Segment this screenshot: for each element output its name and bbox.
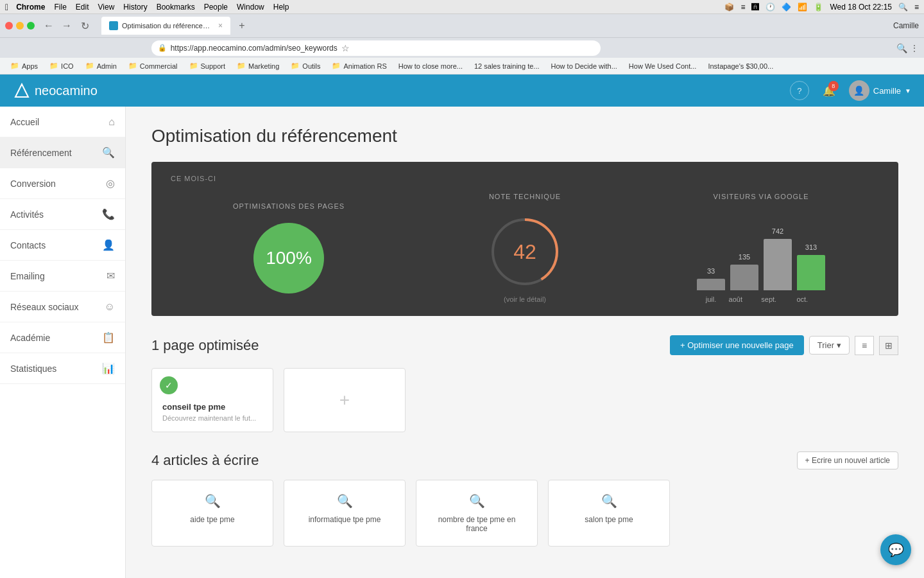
bar-col-aout: 135 bbox=[730, 253, 758, 290]
window-menu[interactable]: Window bbox=[237, 3, 264, 12]
grid-view-btn[interactable]: ⊞ bbox=[879, 336, 898, 355]
note-detail[interactable]: (voir le détail) bbox=[504, 295, 546, 303]
sidebar-item-activites[interactable]: Activités 📞 bbox=[0, 199, 125, 230]
articles-section-title: 4 articles à écrire bbox=[151, 452, 259, 469]
bookmark-how-to-close[interactable]: How to close more... bbox=[393, 59, 468, 73]
chrome-toolbar: ← → ↻ Optimisation du référencemen... × … bbox=[0, 14, 924, 37]
book-icon: 📋 bbox=[102, 331, 115, 344]
fullscreen-window-btn[interactable] bbox=[27, 22, 35, 30]
address-bar[interactable]: 🔒 https://app.neocamino.com/admin/seo_ke… bbox=[151, 40, 601, 56]
trier-btn[interactable]: Trier ▾ bbox=[809, 336, 850, 355]
bookmark-admin[interactable]: 📁 Admin bbox=[80, 59, 122, 73]
bookmark-instapage[interactable]: Instapage's $30,00... bbox=[703, 59, 778, 73]
page-card-conseil[interactable]: ✓ conseil tpe pme Découvrez maintenant l… bbox=[151, 368, 273, 432]
forward-btn[interactable]: → bbox=[59, 18, 74, 33]
bookmark-commercial[interactable]: 📁 Commercial bbox=[123, 59, 183, 73]
bookmark-animation[interactable]: 📁 Animation RS bbox=[327, 59, 391, 73]
notifications-btn[interactable]: 🔔 8 bbox=[819, 81, 839, 100]
bar-sept bbox=[764, 239, 792, 290]
sidebar-item-conversion[interactable]: Conversion ◎ bbox=[0, 168, 125, 199]
pages-section-header: 1 page optimisée + Optimiser une nouvell… bbox=[151, 335, 898, 355]
file-menu[interactable]: File bbox=[54, 3, 66, 12]
article-card-4[interactable]: 🔍 salon tpe pme bbox=[548, 480, 670, 547]
apple-menu[interactable]:  bbox=[5, 2, 8, 12]
sidebar-item-emailing[interactable]: Emailing ✉ bbox=[0, 261, 125, 292]
search-icon: 🔍 bbox=[469, 493, 485, 509]
bookmark-outils[interactable]: 📁 Outils bbox=[286, 59, 325, 73]
pages-section-actions: + Optimiser une nouvelle page Trier ▾ ≡ … bbox=[670, 335, 898, 355]
list-view-btn[interactable]: ≡ bbox=[855, 336, 874, 355]
sidebar-item-referencement[interactable]: Référencement 🔍 bbox=[0, 137, 125, 168]
sidebar-item-accueil[interactable]: Accueil ⌂ bbox=[0, 107, 125, 137]
search-icon: 🔍 bbox=[601, 493, 617, 509]
star-btn[interactable]: ☆ bbox=[341, 43, 350, 53]
chrome-user-label: Camille bbox=[893, 21, 919, 30]
sidebar-item-academie[interactable]: Académie 📋 bbox=[0, 322, 125, 353]
people-menu[interactable]: People bbox=[204, 3, 228, 12]
note-gauge: 42 bbox=[486, 213, 563, 290]
main-layout: Accueil ⌂ Référencement 🔍 Conversion ◎ A… bbox=[0, 107, 924, 578]
card-check-icon: ✓ bbox=[160, 376, 178, 394]
user-avatar: 👤 bbox=[849, 80, 869, 101]
bookmark-12-sales[interactable]: 12 sales training te... bbox=[469, 59, 545, 73]
search-btn[interactable]: 🔍 bbox=[896, 43, 907, 53]
search-icon: 🔍 bbox=[102, 146, 115, 159]
view-menu[interactable]: View bbox=[98, 3, 115, 12]
bookmark-how-we-used[interactable]: How We Used Cont... bbox=[624, 59, 702, 73]
write-article-btn[interactable]: + Ecrire un nouvel article bbox=[797, 451, 898, 469]
folder-icon: 📁 bbox=[128, 62, 137, 70]
visitors-label: VISITEURS VIA GOOGLE bbox=[714, 193, 809, 200]
articles-grid: 🔍 aide tpe pme 🔍 informatique tpe pme 🔍 … bbox=[151, 480, 898, 547]
sidebar: Accueil ⌂ Référencement 🔍 Conversion ◎ A… bbox=[0, 107, 126, 578]
sidebar-item-reseaux[interactable]: Réseaux sociaux ☺ bbox=[0, 292, 125, 322]
folder-icon: 📁 bbox=[49, 62, 58, 70]
add-page-card[interactable]: + bbox=[284, 368, 406, 432]
new-tab-btn[interactable]: + bbox=[234, 18, 250, 33]
minimize-window-btn[interactable] bbox=[16, 22, 24, 30]
user-menu-btn[interactable]: 👤 Camille ▼ bbox=[849, 80, 911, 101]
sidebar-item-contacts[interactable]: Contacts 👤 bbox=[0, 230, 125, 261]
menu-items: Chrome File Edit View History Bookmarks … bbox=[16, 3, 289, 12]
folder-icon: 📁 bbox=[10, 62, 19, 70]
bookmark-apps[interactable]: 📁 Apps bbox=[5, 59, 43, 73]
bar-label-sept: sept. bbox=[755, 295, 783, 303]
edit-menu[interactable]: Edit bbox=[76, 3, 89, 12]
window-controls[interactable] bbox=[5, 22, 35, 30]
article-card-2[interactable]: 🔍 informatique tpe pme bbox=[284, 480, 406, 547]
stats-col-visitors: VISITEURS VIA GOOGLE 33 135 bbox=[643, 193, 879, 303]
article-card-3[interactable]: 🔍 nombre de tpe pme en france bbox=[416, 480, 538, 547]
bookmark-how-to-decide[interactable]: How to Decide with... bbox=[546, 59, 622, 73]
bookmark-support[interactable]: 📁 Support bbox=[184, 59, 231, 73]
card-title: conseil tpe pme bbox=[162, 402, 262, 412]
bookmark-marketing[interactable]: 📁 Marketing bbox=[232, 59, 284, 73]
optimize-page-btn[interactable]: + Optimiser une nouvelle page bbox=[670, 335, 804, 355]
main-content: Optimisation du référencement CE MOIS-CI… bbox=[126, 107, 924, 578]
notif-badge: 8 bbox=[828, 81, 839, 91]
sidebar-item-statistiques[interactable]: Statistiques 📊 bbox=[0, 353, 125, 384]
help-btn[interactable]: ? bbox=[790, 81, 809, 100]
bar-label-oct: oct. bbox=[788, 295, 816, 303]
active-tab[interactable]: Optimisation du référencemen... × bbox=[101, 17, 230, 35]
reload-btn[interactable]: ↻ bbox=[77, 18, 92, 33]
tab-close-btn[interactable]: × bbox=[218, 21, 223, 30]
help-menu[interactable]: Help bbox=[273, 3, 289, 12]
chart-icon: 📊 bbox=[102, 362, 115, 374]
pages-section-title: 1 page optimisée bbox=[151, 337, 259, 354]
more-btn[interactable]: ⋮ bbox=[910, 43, 919, 53]
chat-btn[interactable]: 💬 bbox=[880, 534, 911, 565]
chrome-menu[interactable]: Chrome bbox=[16, 3, 45, 12]
header-right: ? 🔔 8 👤 Camille ▼ bbox=[790, 80, 911, 101]
close-window-btn[interactable] bbox=[5, 22, 13, 30]
history-menu[interactable]: History bbox=[123, 3, 147, 12]
back-btn[interactable]: ← bbox=[41, 18, 56, 33]
bar-chart: 33 135 742 bbox=[697, 213, 825, 290]
article-label-3: nombre de tpe pme en france bbox=[427, 515, 527, 533]
article-label-4: salon tpe pme bbox=[585, 515, 633, 524]
phone-icon: 📞 bbox=[102, 208, 115, 220]
tab-title: Optimisation du référencemen... bbox=[122, 22, 212, 30]
page-cards-row: ✓ conseil tpe pme Découvrez maintenant l… bbox=[151, 368, 898, 432]
user-name: Camille bbox=[873, 86, 901, 96]
article-card-1[interactable]: 🔍 aide tpe pme bbox=[151, 480, 273, 547]
bookmarks-menu[interactable]: Bookmarks bbox=[157, 3, 195, 12]
bookmark-ico[interactable]: 📁 ICO bbox=[44, 59, 79, 73]
